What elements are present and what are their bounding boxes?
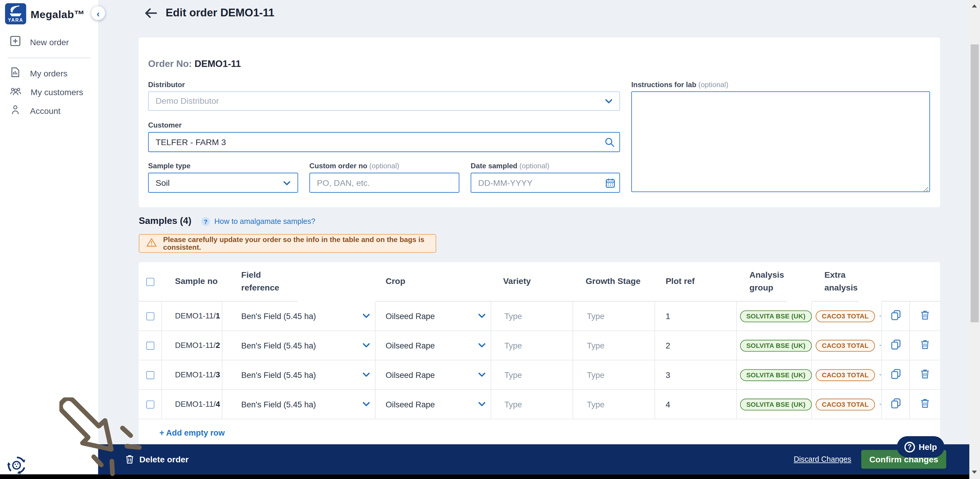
extra-analysis-select[interactable]: CACO3 TOTAL (812, 360, 882, 390)
sidebar-item-new-order[interactable]: New order (0, 32, 98, 51)
cookie-settings-button[interactable] (6, 455, 27, 478)
extra-analysis-select[interactable]: CACO3 TOTAL (812, 302, 882, 331)
duplicate-row-button[interactable] (890, 369, 901, 381)
analysis-group-select[interactable]: SOLVITA BSE (UK) (737, 331, 812, 360)
extra-analysis-badge: CACO3 TOTAL (816, 398, 875, 410)
scrollbar-thumb[interactable] (970, 44, 978, 322)
field-reference-select[interactable]: Ben's Field (5.45 ha) (241, 400, 370, 409)
variety-input[interactable] (503, 340, 565, 351)
date-sampled-optional: (optional) (519, 162, 549, 169)
samples-section-title: Samples (4) (139, 215, 191, 226)
column-header-growth-stage: Growth Stage (573, 262, 655, 302)
crop-select[interactable]: Oilseed Rape (386, 311, 486, 321)
date-sampled-label: Date sampled (optional) (471, 162, 549, 169)
delete-row-button[interactable] (920, 398, 930, 410)
crop-value: Oilseed Rape (386, 400, 435, 409)
question-circle-icon: ? (201, 217, 210, 226)
duplicate-row-button[interactable] (890, 310, 901, 322)
add-empty-row-button[interactable]: + Add empty row (159, 428, 225, 437)
back-button[interactable] (144, 7, 158, 22)
sidebar-item-my-customers[interactable]: My customers (0, 83, 98, 101)
row-checkbox[interactable] (146, 371, 154, 379)
instructions-optional: (optional) (698, 81, 729, 88)
footer-action-bar: Delete order Discard Changes Confirm cha… (98, 444, 969, 474)
scrollbar-down-arrow[interactable] (972, 471, 977, 474)
column-header-analysis-group: Analysis group (737, 262, 787, 302)
variety-input[interactable] (503, 311, 565, 321)
custom-order-optional: (optional) (369, 162, 399, 169)
trash-icon (920, 339, 930, 350)
delete-row-button[interactable] (920, 310, 930, 322)
plot-ref-value[interactable]: 3 (655, 360, 737, 390)
amalgamate-help-link[interactable]: ? How to amalgamate samples? (201, 217, 315, 226)
row-checkbox[interactable] (146, 400, 154, 408)
duplicate-row-button[interactable] (890, 339, 901, 352)
table-header-row: Sample no Field reference Crop Variety G… (139, 262, 940, 302)
crop-select[interactable]: Oilseed Rape (386, 341, 486, 350)
distributor-label: Distributor (148, 81, 185, 88)
analysis-group-select[interactable]: SOLVITA BSE (UK) (737, 302, 812, 331)
chevron-down-icon (478, 343, 485, 348)
trash-icon (920, 310, 930, 321)
extra-analysis-select[interactable]: CACO3 TOTAL (812, 331, 882, 360)
field-reference-select[interactable]: Ben's Field (5.45 ha) (241, 370, 370, 380)
plot-ref-value[interactable]: 1 (655, 302, 737, 331)
variety-input[interactable] (503, 399, 565, 410)
distributor-value: Demo Distributor (156, 96, 219, 106)
crop-value: Oilseed Rape (386, 311, 435, 321)
crop-select[interactable]: Oilseed Rape (386, 400, 486, 409)
plot-ref-value[interactable]: 4 (655, 390, 737, 419)
growth-stage-input[interactable] (585, 399, 646, 410)
sidebar-item-account[interactable]: Account (0, 101, 98, 120)
customer-input[interactable] (148, 132, 620, 152)
variety-input[interactable] (503, 370, 565, 380)
amalgamate-help-label: How to amalgamate samples? (215, 217, 315, 226)
help-button[interactable]: ? Help (897, 436, 944, 458)
row-checkbox[interactable] (146, 312, 154, 320)
customer-label: Customer (148, 121, 182, 129)
growth-stage-input[interactable] (585, 311, 646, 321)
discard-changes-link[interactable]: Discard Changes (794, 444, 851, 474)
cookie-consent-icon (6, 455, 27, 476)
search-icon[interactable] (605, 137, 615, 150)
growth-stage-input[interactable] (585, 370, 646, 380)
sidebar-collapse-button[interactable]: ‹ (91, 6, 105, 20)
column-header-field-reference: Field reference (223, 262, 298, 302)
field-reference-select[interactable]: Ben's Field (5.45 ha) (241, 311, 370, 321)
sidebar-item-my-orders[interactable]: My orders (0, 64, 98, 83)
resize-handle-icon[interactable] (922, 184, 929, 195)
duplicate-row-button[interactable] (890, 398, 901, 410)
table-row: DEMO1-11/1 Ben's Field (5.45 ha) Oilseed… (139, 302, 940, 331)
sample-type-select[interactable]: Soil (148, 173, 298, 193)
row-checkbox[interactable] (146, 341, 154, 350)
analysis-group-select[interactable]: SOLVITA BSE (UK) (737, 360, 812, 390)
growth-stage-input[interactable] (585, 340, 646, 351)
analysis-group-select[interactable]: SOLVITA BSE (UK) (737, 390, 812, 419)
chevron-down-icon (879, 372, 881, 377)
plot-ref-value[interactable]: 2 (655, 331, 737, 360)
scrollbar-up-arrow[interactable] (972, 5, 977, 8)
copy-icon (890, 310, 901, 321)
app-title: Megalab™ (30, 9, 84, 21)
extra-analysis-select[interactable]: CACO3 TOTAL (812, 390, 882, 419)
crop-select[interactable]: Oilseed Rape (386, 370, 486, 380)
delete-row-button[interactable] (920, 339, 930, 352)
column-header-plot-ref: Plot ref (655, 262, 737, 302)
sidebar-item-label: Account (30, 106, 60, 116)
table-row: DEMO1-11/4 Ben's Field (5.45 ha) Oilseed… (139, 390, 940, 419)
instructions-label-text: Instructions for lab (632, 81, 697, 88)
samples-table-card: Sample no Field reference Crop Variety G… (139, 262, 940, 444)
date-sampled-input[interactable] (471, 173, 620, 193)
chevron-down-icon (478, 372, 485, 377)
sidebar-item-label: New order (30, 37, 69, 47)
vertical-scrollbar[interactable] (969, 0, 980, 479)
table-row: DEMO1-11/3 Ben's Field (5.45 ha) Oilseed… (139, 360, 940, 390)
delete-row-button[interactable] (920, 369, 930, 381)
extra-analysis-badge: CACO3 TOTAL (816, 369, 875, 381)
select-all-checkbox[interactable] (146, 278, 154, 286)
calendar-icon[interactable] (605, 178, 616, 191)
field-reference-select[interactable]: Ben's Field (5.45 ha) (241, 341, 370, 350)
distributor-select[interactable]: Demo Distributor (148, 91, 620, 110)
custom-order-input[interactable] (309, 173, 460, 193)
instructions-textarea[interactable] (632, 91, 930, 192)
